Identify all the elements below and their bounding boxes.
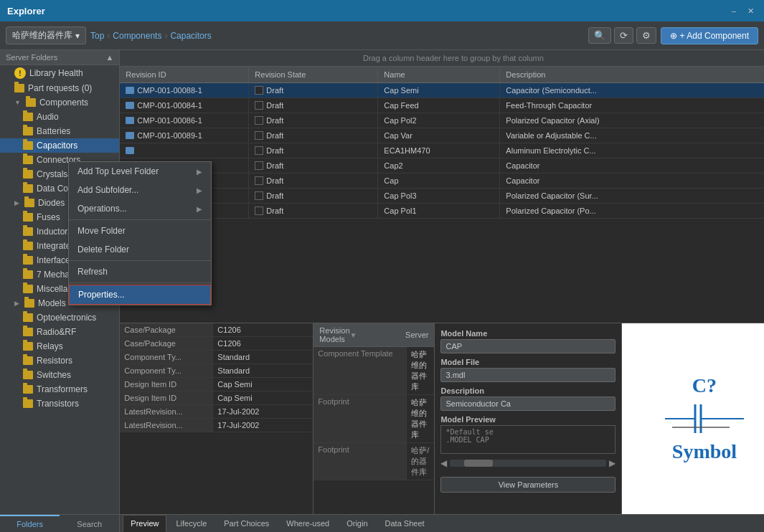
transistors-folder-icon	[23, 399, 33, 408]
table-row[interactable]: Draft ECA1HM470 Aluminum Electrolytic C.…	[120, 143, 764, 158]
tab-part-choices[interactable]: Part Choices	[216, 515, 277, 532]
check-box[interactable]	[255, 101, 263, 110]
tab-lifecycle[interactable]: Lifecycle	[168, 515, 214, 532]
context-sep2	[69, 260, 211, 261]
minimize-btn[interactable]: –	[729, 6, 739, 16]
table-row[interactable]: CMP-001-00089-1 Draft Cap Var Variable o…	[120, 128, 764, 143]
table-row[interactable]: Draft Cap Pol3 Polarized Capacitor (Sur.…	[120, 189, 764, 204]
prop-key: Component Ty...	[120, 364, 213, 377]
sidebar-header-label: Server Folders	[6, 53, 57, 62]
sidebar-item-optoelectronics[interactable]: Optoelectronics	[0, 310, 119, 325]
settings-btn[interactable]: ⚙	[636, 27, 656, 44]
sidebar-item-transistors[interactable]: Transistors	[0, 396, 119, 411]
breadcrumb-top[interactable]: Top	[90, 31, 104, 41]
model-val: 哈萨/的器件库	[407, 443, 434, 480]
context-refresh[interactable]: Refresh	[69, 262, 211, 281]
data-converters-folder-icon	[23, 184, 33, 193]
context-add-subfolder[interactable]: Add Subfolder... ▶	[69, 181, 211, 199]
tab-where-used[interactable]: Where-used	[278, 515, 337, 532]
prop-key: Case/Package	[120, 323, 213, 336]
breadcrumb-components[interactable]: Components	[113, 31, 161, 41]
model-preview-textarea[interactable]: *Default se .MODEL CAP	[440, 425, 616, 454]
scroll-thumb[interactable]	[464, 460, 493, 467]
scroll-right-btn[interactable]: ▶	[609, 458, 616, 468]
check-box[interactable]	[255, 206, 263, 215]
sidebar-item-relays[interactable]: Relays	[0, 339, 119, 353]
model-server-label: Server	[357, 331, 428, 339]
prop-row: Case/Package C1206	[120, 337, 313, 351]
refresh-btn[interactable]: ⟳	[614, 27, 633, 44]
th-revision-id[interactable]: Revision ID	[120, 67, 249, 82]
td-name: Cap Feed	[378, 98, 500, 113]
sidebar-item-components[interactable]: Components	[0, 95, 119, 110]
context-refresh-label: Refresh	[77, 267, 108, 277]
check-box[interactable]	[255, 86, 263, 95]
search-btn[interactable]: 🔍	[588, 27, 611, 44]
model-file-field: Model File 3.mdl	[440, 358, 616, 382]
sidebar-item-part-requests[interactable]: Part requests (0)	[0, 81, 119, 95]
model-row: Footprint 哈萨维的器件库	[313, 395, 434, 443]
radiorf-folder-icon	[23, 328, 33, 336]
td-name: Cap Var	[378, 128, 500, 143]
view-parameters-button[interactable]: View Parameters	[440, 477, 616, 493]
context-operations-arrow: ▶	[197, 205, 202, 213]
check-box[interactable]	[255, 191, 263, 200]
table-row[interactable]: CMP-001-00086-1 Draft Cap Pol2 Polarized…	[120, 113, 764, 128]
sidebar-item-library-health[interactable]: ! Library Health	[0, 65, 119, 81]
check-box[interactable]	[255, 176, 263, 185]
sidebar-tab-search[interactable]: Search	[60, 515, 119, 532]
context-delete-folder[interactable]: Delete Folder	[69, 240, 211, 259]
description-value: Semiconductor Ca	[440, 396, 616, 411]
model-key: Footprint	[313, 443, 407, 480]
prop-val: C1206	[213, 323, 313, 336]
td-desc: Polarized Capacitor (Sur...	[500, 189, 764, 203]
sidebar-item-transformers[interactable]: Transformers	[0, 382, 119, 396]
sidebar-scroll-up[interactable]: ▲	[105, 53, 113, 62]
sidebar-item-resistors[interactable]: Resistors	[0, 353, 119, 368]
table-row[interactable]: Draft Cap Capacitor	[120, 174, 764, 189]
context-add-top-level-arrow: ▶	[197, 168, 202, 176]
scroll-left-btn[interactable]: ◀	[440, 458, 447, 468]
breadcrumb-capacitors[interactable]: Capacitors	[170, 31, 211, 41]
sidebar-item-radiorf[interactable]: Radio&RF	[0, 325, 119, 339]
context-menu: Add Top Level Folder ▶ Add Subfolder... …	[68, 161, 212, 305]
model-sort-icon[interactable]: ▼	[350, 331, 357, 339]
prop-val: 17-Jul-2002	[213, 405, 313, 418]
model-key: Footprint	[313, 395, 407, 442]
check-box[interactable]	[255, 161, 263, 170]
table-row[interactable]: Draft Cap Pol1 Polarized Capacitor (Po..…	[120, 204, 764, 219]
prop-row: LatestRevision... 17-Jul-2002	[120, 419, 313, 432]
td-name: Cap	[378, 174, 500, 188]
context-add-subfolder-label: Add Subfolder...	[77, 185, 138, 195]
sidebar-item-switches[interactable]: Switches	[0, 368, 119, 382]
context-add-subfolder-arrow: ▶	[197, 186, 202, 194]
sidebar-item-audio[interactable]: Audio	[0, 110, 119, 124]
close-btn[interactable]: ✕	[745, 6, 757, 16]
context-properties[interactable]: Properties...	[69, 285, 211, 305]
sidebar-item-batteries[interactable]: Batteries	[0, 124, 119, 138]
table-row[interactable]: CMP-001-00088-1 Draft Cap Semi Capacitor…	[120, 83, 764, 98]
tab-origin[interactable]: Origin	[339, 515, 375, 532]
table-row[interactable]: Draft Cap2 Capacitor	[120, 158, 764, 174]
sidebar-item-capacitors[interactable]: Capacitors	[0, 138, 119, 153]
check-box[interactable]	[255, 116, 263, 125]
tab-preview[interactable]: Preview	[123, 515, 166, 532]
th-revision-state[interactable]: Revision State	[249, 67, 378, 82]
prop-val: Standard	[213, 351, 313, 364]
bottom-tabs: Preview Lifecycle Part Choices Where-use…	[120, 514, 764, 532]
context-operations[interactable]: Operations... ▶	[69, 199, 211, 218]
tab-data-sheet[interactable]: Data Sheet	[377, 515, 433, 532]
check-box[interactable]	[255, 146, 263, 155]
context-add-top-level[interactable]: Add Top Level Folder ▶	[69, 162, 211, 181]
sidebar-tab-folders[interactable]: Folders	[0, 515, 60, 532]
add-component-button[interactable]: ⊕ + Add Component	[661, 27, 758, 44]
table-row[interactable]: CMP-001-00084-1 Draft Cap Feed Feed-Thro…	[120, 98, 764, 113]
check-box[interactable]	[255, 131, 263, 140]
th-description[interactable]: Description	[500, 67, 764, 82]
library-selector[interactable]: 哈萨维的器件库 ▾	[6, 27, 86, 44]
mechanical-folder-icon	[23, 270, 33, 279]
diodes-label: Diodes	[38, 198, 65, 208]
app-title: Explorer	[7, 6, 45, 16]
context-move-folder[interactable]: Move Folder	[69, 222, 211, 240]
th-name[interactable]: Name	[378, 67, 500, 82]
